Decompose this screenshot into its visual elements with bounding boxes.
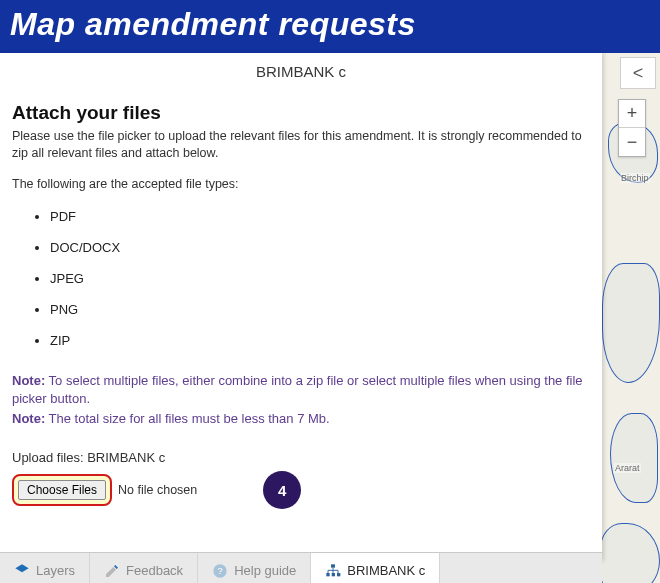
map-region-shape xyxy=(602,263,660,383)
choose-files-label: Choose Files xyxy=(27,483,97,497)
layers-icon xyxy=(14,563,30,579)
note-text: The total size for all files must be les… xyxy=(45,411,329,426)
note-text: To select multiple files, either combine… xyxy=(12,373,583,406)
chevron-left-icon: < xyxy=(633,63,644,84)
zoom-in-button[interactable]: + xyxy=(619,100,645,128)
upload-field-label: Upload files: BRIMBANK c xyxy=(12,450,584,465)
list-item: ZIP xyxy=(50,325,584,356)
plus-icon: + xyxy=(627,103,638,124)
body-area: Birchip Ararat < + − BRIMBANK c Attach y… xyxy=(0,53,660,583)
pencil-icon xyxy=(104,563,120,579)
list-item: PDF xyxy=(50,201,584,232)
map-region-shape xyxy=(610,413,658,503)
tab-feedback[interactable]: Feedback xyxy=(90,553,198,583)
panel-scroll-area[interactable]: Attach your files Please use the file pi… xyxy=(0,90,602,561)
tab-layers[interactable]: Layers xyxy=(0,553,90,583)
file-chooser-row: Choose Files No file chosen 4 xyxy=(12,471,584,509)
svg-rect-5 xyxy=(337,573,340,576)
map-label-ararat: Ararat xyxy=(614,463,641,473)
note-multiple-files: Note: To select multiple files, either c… xyxy=(12,372,584,408)
orgchart-icon xyxy=(325,563,341,579)
upload-label-prefix: Upload files: xyxy=(12,450,87,465)
zoom-control: + − xyxy=(618,99,646,157)
bottom-tab-bar: Layers Feedback ? Help guide BRIMBANK c xyxy=(0,552,602,583)
list-item: JPEG xyxy=(50,263,584,294)
note-label: Note: xyxy=(12,411,45,426)
list-item: DOC/DOCX xyxy=(50,232,584,263)
map-region-shape xyxy=(600,523,660,583)
form-panel: BRIMBANK c Attach your files Please use … xyxy=(0,53,602,561)
note-size-limit: Note: The total size for all files must … xyxy=(12,410,584,428)
section-title: Attach your files xyxy=(12,102,584,124)
step-number: 4 xyxy=(278,482,286,499)
panel-collapse-button[interactable]: < xyxy=(620,57,656,89)
svg-rect-3 xyxy=(327,573,330,576)
svg-rect-4 xyxy=(332,573,335,576)
tab-label: BRIMBANK c xyxy=(347,563,425,578)
tab-label: Feedback xyxy=(126,563,183,578)
zoom-out-button[interactable]: − xyxy=(619,128,645,156)
svg-rect-2 xyxy=(331,564,335,567)
no-file-chosen-text: No file chosen xyxy=(118,483,197,497)
panel-header: BRIMBANK c xyxy=(0,53,602,90)
banner-title: Map amendment requests xyxy=(10,6,416,42)
minus-icon: − xyxy=(627,132,638,153)
page-banner: Map amendment requests xyxy=(0,0,660,53)
tab-brimbank[interactable]: BRIMBANK c xyxy=(311,553,440,583)
choose-files-button[interactable]: Choose Files xyxy=(18,480,106,500)
spacer xyxy=(12,509,584,549)
tab-label: Help guide xyxy=(234,563,296,578)
accepted-types-intro: The following are the accepted file type… xyxy=(12,176,584,193)
svg-text:?: ? xyxy=(218,566,223,576)
step-badge: 4 xyxy=(263,471,301,509)
tab-label: Layers xyxy=(36,563,75,578)
file-type-list: PDF DOC/DOCX JPEG PNG ZIP xyxy=(12,201,584,356)
choose-files-highlight: Choose Files xyxy=(12,474,112,506)
note-label: Note: xyxy=(12,373,45,388)
map-label-birchip: Birchip xyxy=(620,173,650,183)
question-icon: ? xyxy=(212,563,228,579)
list-item: PNG xyxy=(50,294,584,325)
upload-label-name: BRIMBANK c xyxy=(87,450,165,465)
tab-help-guide[interactable]: ? Help guide xyxy=(198,553,311,583)
panel-title: BRIMBANK c xyxy=(256,63,346,80)
instructions-text: Please use the file picker to upload the… xyxy=(12,128,584,162)
